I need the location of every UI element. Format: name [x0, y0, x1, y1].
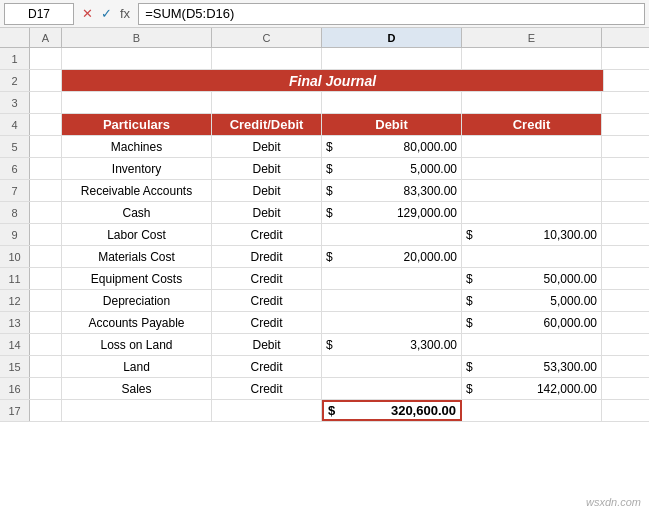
cancel-icon[interactable]: ✕: [80, 6, 95, 21]
table-row: 12 Depreciation Credit $5,000.00: [0, 290, 649, 312]
cell-e10-credit[interactable]: [462, 246, 602, 267]
cell-e5-credit[interactable]: [462, 136, 602, 157]
row-number: 9: [0, 224, 30, 245]
cell-a14[interactable]: [30, 334, 62, 355]
cell-b11-particulars[interactable]: Equipment Costs: [62, 268, 212, 289]
cell-c17[interactable]: [212, 400, 322, 421]
cell-a13[interactable]: [30, 312, 62, 333]
cell-c1[interactable]: [212, 48, 322, 69]
function-icon[interactable]: fx: [118, 6, 132, 21]
cell-a10[interactable]: [30, 246, 62, 267]
table-row: 15 Land Credit $53,300.00: [0, 356, 649, 378]
cell-d5-debit[interactable]: $80,000.00: [322, 136, 462, 157]
cell-d17-total[interactable]: $320,600.00: [322, 400, 462, 421]
cell-e14-credit[interactable]: [462, 334, 602, 355]
cell-a9[interactable]: [30, 224, 62, 245]
cell-a8[interactable]: [30, 202, 62, 223]
cell-a15[interactable]: [30, 356, 62, 377]
cell-d13-debit[interactable]: [322, 312, 462, 333]
col-header-b[interactable]: B: [62, 28, 212, 47]
cell-b9-particulars[interactable]: Labor Cost: [62, 224, 212, 245]
cell-e4-credit[interactable]: Credit: [462, 114, 602, 135]
cell-a11[interactable]: [30, 268, 62, 289]
cell-d8-debit[interactable]: $129,000.00: [322, 202, 462, 223]
cell-b13-particulars[interactable]: Accounts Payable: [62, 312, 212, 333]
cell-e17[interactable]: [462, 400, 602, 421]
cell-d10-debit[interactable]: $20,000.00: [322, 246, 462, 267]
cell-e15-credit[interactable]: $53,300.00: [462, 356, 602, 377]
cell-b8-particulars[interactable]: Cash: [62, 202, 212, 223]
cell-a1[interactable]: [30, 48, 62, 69]
cell-b2[interactable]: Final Journal: [62, 70, 604, 91]
row-number: 13: [0, 312, 30, 333]
cell-d1[interactable]: [322, 48, 462, 69]
formula-input[interactable]: [138, 3, 645, 25]
cell-c3[interactable]: [212, 92, 322, 113]
cell-c11-type[interactable]: Credit: [212, 268, 322, 289]
cell-d9-debit[interactable]: [322, 224, 462, 245]
cell-a12[interactable]: [30, 290, 62, 311]
confirm-icon[interactable]: ✓: [99, 6, 114, 21]
cell-b7-particulars[interactable]: Receivable Accounts: [62, 180, 212, 201]
cell-b16-particulars[interactable]: Sales: [62, 378, 212, 399]
cell-c10-type[interactable]: Dredit: [212, 246, 322, 267]
cell-b5-particulars[interactable]: Machines: [62, 136, 212, 157]
cell-reference[interactable]: D17: [4, 3, 74, 25]
cell-b4-particulars[interactable]: Particulars: [62, 114, 212, 135]
dollar-sign: $: [466, 316, 473, 330]
cell-a16[interactable]: [30, 378, 62, 399]
cell-e3[interactable]: [462, 92, 602, 113]
cell-c9-type[interactable]: Credit: [212, 224, 322, 245]
cell-b15-particulars[interactable]: Land: [62, 356, 212, 377]
cell-d6-debit[interactable]: $5,000.00: [322, 158, 462, 179]
cell-d4-debit[interactable]: Debit: [322, 114, 462, 135]
cell-a4[interactable]: [30, 114, 62, 135]
cell-e1[interactable]: [462, 48, 602, 69]
cell-e12-credit[interactable]: $5,000.00: [462, 290, 602, 311]
cell-c7-type[interactable]: Debit: [212, 180, 322, 201]
cell-e16-credit[interactable]: $142,000.00: [462, 378, 602, 399]
cell-e11-credit[interactable]: $50,000.00: [462, 268, 602, 289]
cell-c13-type[interactable]: Credit: [212, 312, 322, 333]
cell-d14-debit[interactable]: $3,300.00: [322, 334, 462, 355]
cell-c16-type[interactable]: Credit: [212, 378, 322, 399]
dollar-sign: $: [326, 206, 333, 220]
cell-d11-debit[interactable]: [322, 268, 462, 289]
cell-c4-creditdebit[interactable]: Credit/Debit: [212, 114, 322, 135]
cell-b12-particulars[interactable]: Depreciation: [62, 290, 212, 311]
cell-c12-type[interactable]: Credit: [212, 290, 322, 311]
cell-b1[interactable]: [62, 48, 212, 69]
cell-a17[interactable]: [30, 400, 62, 421]
cell-c5-type[interactable]: Debit: [212, 136, 322, 157]
cell-a3[interactable]: [30, 92, 62, 113]
cell-b10-particulars[interactable]: Materials Cost: [62, 246, 212, 267]
cell-a7[interactable]: [30, 180, 62, 201]
column-headers: A B C D E: [0, 28, 649, 48]
col-header-c[interactable]: C: [212, 28, 322, 47]
cell-b17[interactable]: [62, 400, 212, 421]
col-header-e[interactable]: E: [462, 28, 602, 47]
cell-e8-credit[interactable]: [462, 202, 602, 223]
cell-d16-debit[interactable]: [322, 378, 462, 399]
cell-e9-credit[interactable]: $10,300.00: [462, 224, 602, 245]
cell-d12-debit[interactable]: [322, 290, 462, 311]
cell-e6-credit[interactable]: [462, 158, 602, 179]
cell-c15-type[interactable]: Credit: [212, 356, 322, 377]
cell-a6[interactable]: [30, 158, 62, 179]
cell-e13-credit[interactable]: $60,000.00: [462, 312, 602, 333]
cell-e7-credit[interactable]: [462, 180, 602, 201]
cell-c14-type[interactable]: Debit: [212, 334, 322, 355]
cell-d7-debit[interactable]: $83,300.00: [322, 180, 462, 201]
cell-a2[interactable]: [30, 70, 62, 91]
cell-c8-type[interactable]: Debit: [212, 202, 322, 223]
col-header-a[interactable]: A: [30, 28, 62, 47]
cell-a5[interactable]: [30, 136, 62, 157]
col-header-d[interactable]: D: [322, 28, 462, 47]
cell-d3[interactable]: [322, 92, 462, 113]
cell-d15-debit[interactable]: [322, 356, 462, 377]
dollar-sign: $: [466, 272, 473, 286]
cell-b14-particulars[interactable]: Loss on Land: [62, 334, 212, 355]
cell-c6-type[interactable]: Debit: [212, 158, 322, 179]
cell-b6-particulars[interactable]: Inventory: [62, 158, 212, 179]
cell-b3[interactable]: [62, 92, 212, 113]
